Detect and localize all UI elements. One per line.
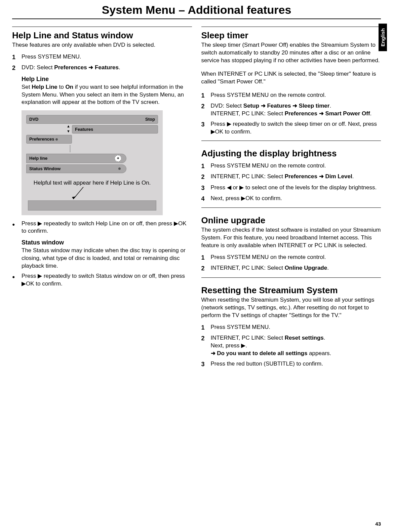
diagram-row-dvd: DVD Stop (26, 115, 158, 124)
step-3: 3 Press the red button (SUBTITLE) to con… (201, 360, 381, 368)
right-arrow-icon: ▶ (38, 273, 42, 279)
step-number: 2 (201, 173, 211, 181)
step-2: 2 INTERNET, PC LINK: Select Reset settin… (201, 334, 381, 357)
step-body: DVD: Select Setup ➜ Features ➜ Sleep tim… (211, 102, 381, 118)
heading-reset: Resetting the Streamium System (201, 282, 381, 296)
page-number: 43 (375, 521, 381, 527)
dot-icon (118, 167, 121, 170)
step-body: Next, press ▶OK to confirm. (211, 195, 381, 203)
step-body: Press ▶ repeatedly to switch the sleep t… (211, 120, 381, 136)
step-2: 2 DVD: Select Preferences ➜ Features. He… (12, 64, 192, 106)
step-body: DVD: Select Preferences ➜ Features. Help… (22, 64, 192, 106)
diagram-row-status: Status Window (26, 164, 126, 173)
subheading-status-window: Status window (22, 238, 192, 246)
text: repeatedly to switch Help Line on or off… (42, 220, 174, 227)
bold-text: ➜ Do you want to delete all settings (211, 350, 308, 356)
step-number: 3 (201, 120, 211, 136)
text: . (327, 265, 329, 271)
bullet-icon (12, 272, 22, 288)
diagram-label-stop: Stop (145, 116, 155, 122)
right-arrow-icon: ▶ (227, 121, 231, 127)
paragraph: Set Help Line to On if you want to see h… (22, 83, 192, 107)
divider (201, 141, 381, 141)
step-4: 4 Next, press ▶OK to confirm. (201, 195, 381, 203)
diagram-label-helpline: Help line (29, 155, 47, 161)
step-number: 1 (201, 254, 211, 262)
left-arrow-icon: ◀ (227, 184, 231, 191)
bold-text: Reset settings (285, 335, 324, 341)
text: or (231, 184, 240, 191)
language-tab: English (379, 24, 387, 51)
heading-sleep-timer: Sleep timer (201, 27, 381, 41)
step-number: 3 (201, 360, 211, 368)
step-body: Press ◀ or ▶ to select one of the levels… (211, 184, 381, 192)
step-body: Press SYSTEM MENU on the remote control. (211, 162, 381, 170)
step-number: 3 (201, 184, 211, 192)
step-body: Press SYSTEM MENU on the remote control. (211, 91, 381, 100)
paragraph: The system checks if the latest software… (201, 226, 381, 250)
bold-text: Preferences ➜ Dim Level (285, 173, 352, 180)
paragraph: When resetting the Streamium System, you… (201, 296, 381, 319)
step-1: 1 Press SYSTEM MENU. (201, 324, 381, 332)
text: OK to confirm. (215, 128, 252, 135)
dot-icon (55, 138, 58, 141)
step-body: INTERNET, PC LINK: Select Preferences ➜ … (211, 173, 381, 181)
step-3: 3 Press ▶ repeatedly to switch the sleep… (201, 120, 381, 136)
diagram-help-bar (28, 200, 156, 211)
bold-text: Help Line (32, 84, 57, 90)
step-1: 1 Press SYSTEM MENU on the remote contro… (201, 254, 381, 262)
diagram-label-status: Status Window (29, 166, 61, 172)
text: INTERNET, PC LINK: Select (211, 110, 285, 117)
step-number: 1 (201, 324, 211, 332)
text: Next, press (211, 195, 241, 201)
step-1: 1 Press SYSTEM MENU on the remote contro… (201, 162, 381, 170)
text: repeatedly to switch the sleep timer on … (231, 121, 377, 127)
step-number: 2 (12, 64, 22, 106)
text: INTERNET, PC LINK: Select (211, 335, 285, 341)
diagram-row-features: Features (72, 125, 158, 134)
svg-marker-1 (72, 196, 76, 199)
text: Press (22, 220, 38, 227)
bold-text: Preferences ➜ Features (54, 64, 119, 71)
step-2: 2 DVD: Select Setup ➜ Features ➜ Sleep t… (201, 102, 381, 118)
text: to select one of the levels for the disp… (244, 184, 377, 191)
diagram-label-preferences: Preferences (29, 136, 54, 142)
step-3: 3 Press ◀ or ▶ to select one of the leve… (201, 184, 381, 192)
connector-line (70, 145, 158, 152)
diagram-row-helpline: Help line ✦ (26, 154, 126, 163)
step-bullet: Press ▶ repeatedly to switch Status wind… (12, 272, 192, 288)
step-1: 1 Press SYSTEM MENU on the remote contro… (201, 91, 381, 100)
text: repeatedly to switch Status window on or… (42, 273, 185, 279)
text: Press (211, 121, 227, 127)
text: Press (22, 273, 38, 279)
text: . (329, 103, 331, 109)
bold-text: Setup ➜ Features ➜ Sleep timer (243, 103, 330, 109)
step-body: Press ▶ repeatedly to switch Help Line o… (22, 220, 192, 270)
right-arrow-icon: ▶ (239, 184, 244, 191)
step-body: Press the red button (SUBTITLE) to confi… (211, 360, 381, 368)
menu-diagram: DVD Stop ▲▼ Features Preferences Help li… (22, 110, 163, 215)
heading-helpline-status: Help Line and Status window (12, 27, 192, 41)
step-number: 4 (201, 195, 211, 203)
diagram-help-message: Helpful text will appear here if Help Li… (26, 179, 158, 187)
text: Set (22, 84, 32, 90)
step-body: INTERNET, PC LINK: Select Online Upgrade… (211, 264, 381, 272)
text: appears. (307, 350, 331, 356)
step-2: 2 INTERNET, PC LINK: Select Online Upgra… (201, 264, 381, 272)
heading-online-upgrade: Online upgrade (201, 212, 381, 226)
nav-arrows-icon: ▲▼ (67, 124, 70, 134)
step-number: 2 (201, 334, 211, 357)
text: . (352, 173, 354, 180)
paragraph: The Status window may indicate when the … (22, 247, 192, 270)
step-2: 2 INTERNET, PC LINK: Select Preferences … (201, 173, 381, 181)
step-body: Press SYSTEM MENU. (22, 53, 192, 61)
right-arrow-icon: ▶ (241, 342, 245, 349)
step-body: Press ▶ repeatedly to switch Status wind… (22, 272, 192, 288)
heading-display-brightness: Adjusting the display brightness (201, 145, 381, 159)
text: Next, press (211, 342, 241, 349)
right-arrow-icon: ▶ (211, 128, 215, 135)
divider (201, 277, 381, 278)
intro-text: These features are only available when D… (12, 41, 192, 49)
text: DVD: Select (22, 64, 54, 71)
right-arrow-icon: ▶ (241, 195, 245, 201)
